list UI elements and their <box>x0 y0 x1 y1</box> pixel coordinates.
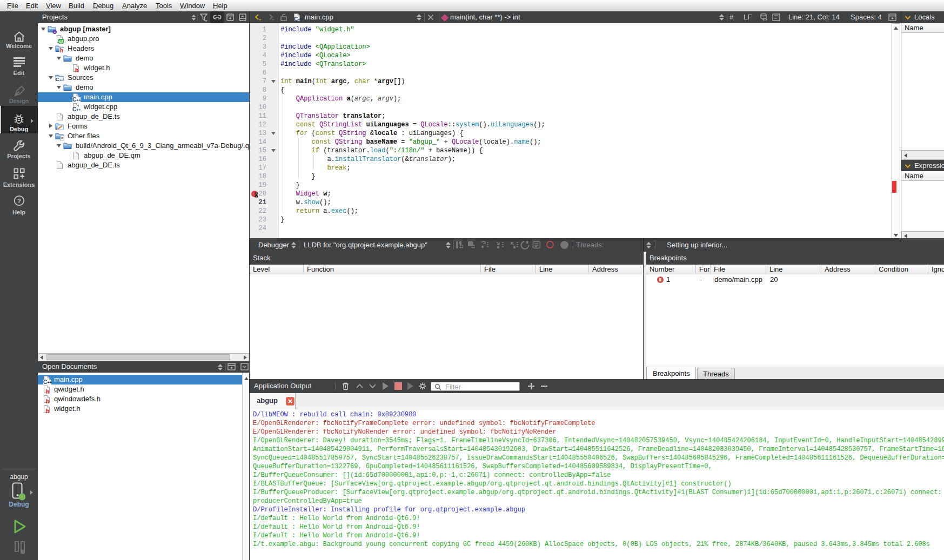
svg-text:?: ? <box>17 198 21 204</box>
